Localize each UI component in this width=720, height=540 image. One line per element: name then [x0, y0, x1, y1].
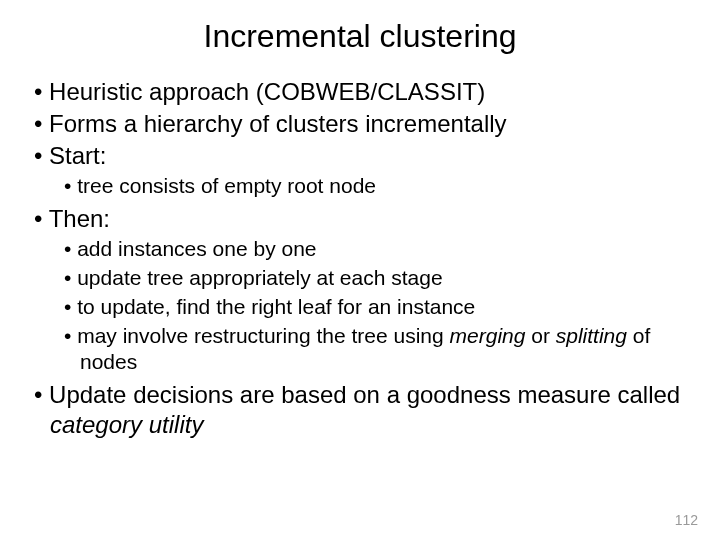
em-splitting: splitting	[556, 324, 627, 347]
bullet-then-add: add instances one by one	[64, 236, 686, 263]
bullet-start: Start:	[34, 141, 686, 171]
bullet-list-level1: Then:	[34, 204, 686, 234]
bullet-text: Start:	[49, 142, 106, 169]
bullet-then-leaf: to update, find the right leaf for an in…	[64, 294, 686, 321]
bullet-text: Then:	[49, 205, 110, 232]
bullet-text: Forms a hierarchy of clusters incrementa…	[49, 110, 506, 137]
bullet-then-restructure: may involve restructuring the tree using…	[64, 323, 686, 377]
bullet-list-level1: Heuristic approach (COBWEB/CLASSIT) Form…	[34, 77, 686, 171]
bullet-goodness: Update decisions are based on a goodness…	[34, 380, 686, 440]
bullet-text: tree consists of empty root node	[77, 174, 376, 197]
bullet-list-start-sub: tree consists of empty root node	[34, 173, 686, 200]
bullet-text: to update, find the right leaf for an in…	[77, 295, 475, 318]
bullet-heuristic: Heuristic approach (COBWEB/CLASSIT)	[34, 77, 686, 107]
bullet-text: Heuristic approach (COBWEB/CLASSIT)	[49, 78, 485, 105]
bullet-start-sub-root: tree consists of empty root node	[64, 173, 686, 200]
bullet-then-update: update tree appropriately at each stage	[64, 265, 686, 292]
bullet-hierarchy: Forms a hierarchy of clusters incrementa…	[34, 109, 686, 139]
slide-title: Incremental clustering	[34, 18, 686, 55]
bullet-text: may involve restructuring the tree using	[77, 324, 449, 347]
bullet-list-level1: Update decisions are based on a goodness…	[34, 380, 686, 440]
em-category-utility: category utility	[50, 411, 203, 438]
bullet-text: add instances one by one	[77, 237, 316, 260]
bullet-text: update tree appropriately at each stage	[77, 266, 442, 289]
bullet-list-then-sub: add instances one by one update tree app…	[34, 236, 686, 376]
bullet-text: Update decisions are based on a goodness…	[49, 381, 680, 408]
bullet-then: Then:	[34, 204, 686, 234]
page-number: 112	[675, 512, 698, 528]
slide: Incremental clustering Heuristic approac…	[0, 0, 720, 540]
bullet-text: or	[525, 324, 555, 347]
em-merging: merging	[450, 324, 526, 347]
